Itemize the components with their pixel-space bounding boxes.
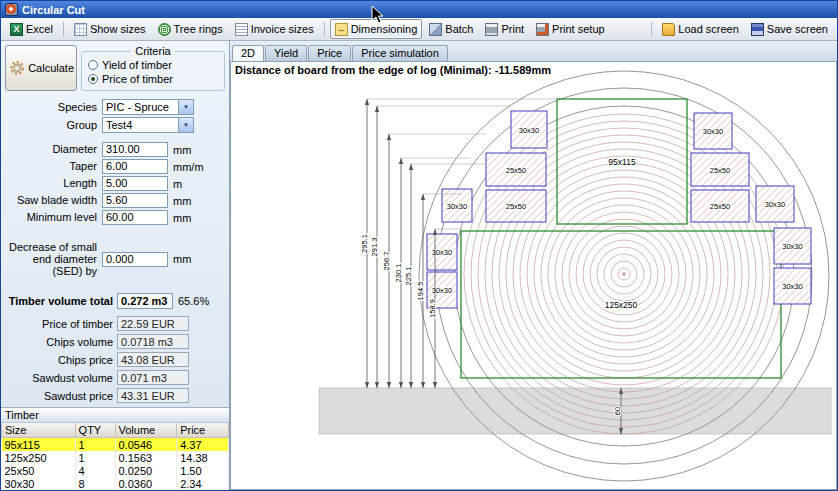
total-label: Price of timber (1, 318, 117, 330)
radio-option-label: Price of timber (102, 73, 173, 85)
radio-selected-icon (88, 74, 98, 84)
calculate-button[interactable]: Calculate (5, 45, 77, 91)
arrow-down-icon (421, 382, 425, 388)
board-label-125x250: 125x250 (605, 300, 638, 310)
table-cell: 2.34 (177, 477, 229, 490)
arrow-down-icon (409, 382, 413, 388)
total-value: 0.0718 m3 (117, 334, 189, 349)
table-cell: 1 (75, 438, 115, 452)
total-value: 22.59 EUR (117, 316, 189, 331)
toolbar-button-print-setup[interactable]: Print setup (531, 19, 610, 39)
totals-section: Timber volume total 0.272 m3 65.6% Price… (1, 291, 229, 406)
total-value: 0.071 m3 (117, 370, 189, 385)
toolbar-button-label: Tree rings (174, 23, 223, 35)
field-row-species: SpeciesPIC - Spruce (1, 99, 225, 115)
board-label-30x30: 30x30 (519, 126, 539, 135)
calculate-gear-icon (8, 55, 26, 81)
table-row-25x50[interactable]: 25x5040.02501.50 (2, 464, 229, 477)
radio-icon (88, 60, 98, 70)
titlebar[interactable]: Circular Cut (1, 1, 837, 18)
total-value: 43.31 EUR (117, 388, 189, 403)
arrow-up-icon (433, 229, 437, 235)
field-label: Group (1, 119, 102, 131)
select-species[interactable]: PIC - Spruce (102, 99, 194, 115)
arrow-down-icon (433, 382, 437, 388)
board-30x30: 30x30 (774, 268, 811, 304)
column-header-price[interactable]: Price (177, 423, 229, 438)
arrow-up-icon (375, 106, 379, 112)
board-30x30: 30x30 (427, 234, 457, 270)
dimension-label: 256.7 (382, 252, 391, 271)
tree-rings-icon (158, 23, 171, 36)
column-header-qty[interactable]: QTY (75, 423, 115, 438)
arrow-up-icon (387, 134, 391, 140)
show-sizes-icon (74, 23, 87, 36)
arrow-up-icon (409, 164, 413, 170)
timber-table: SizeQTYVolumePrice 95x11510.05464.37125x… (1, 423, 229, 490)
table-row-125x250[interactable]: 125x25010.156314.38 (2, 451, 229, 464)
board-label-30x30: 30x30 (703, 127, 723, 136)
dimension-label: 230.1 (394, 264, 403, 283)
column-header-size[interactable]: Size (2, 423, 76, 438)
field-label: Diameter (1, 143, 102, 155)
batch-icon (429, 23, 442, 36)
select-group[interactable]: Test4 (102, 117, 194, 133)
column-header-volume[interactable]: Volume (115, 423, 177, 438)
table-cell: 1 (75, 451, 115, 464)
field-unit: mm (173, 253, 191, 265)
board-label-95x115: 95x115 (608, 157, 636, 167)
criteria-option-yield-of-timber[interactable]: Yield of timber (88, 59, 218, 71)
board-30x30: 30x30 (756, 186, 794, 222)
field-row-group: GroupTest4 (1, 117, 225, 133)
criteria-option-price-of-timber[interactable]: Price of timber (88, 73, 218, 85)
totals-rows: Price of timber22.59 EURChips volume0.07… (1, 316, 229, 403)
input-saw-blade-width[interactable]: 5.60 (102, 193, 168, 208)
timber-section: Timber SizeQTYVolumePrice 95x11510.05464… (1, 407, 229, 490)
toolbar-button-invoice-sizes[interactable]: Invoice sizes (230, 19, 319, 39)
tab-2d[interactable]: 2D (232, 45, 264, 61)
dimension-label: 295.1 (360, 234, 369, 253)
timber-section-title: Timber (1, 407, 229, 423)
timber-volume-total-label: Timber volume total (1, 295, 117, 307)
toolbar-button-excel[interactable]: Excel (5, 19, 58, 39)
field-label: Minimum level (1, 211, 102, 223)
dimension-label: 194.5 (416, 282, 425, 301)
tab-price-simulation[interactable]: Price simulation (352, 45, 448, 61)
board-label-30x30: 30x30 (782, 282, 802, 291)
board-label-25x50: 25x50 (710, 202, 730, 211)
table-cell: 14.38 (177, 451, 229, 464)
invoice-sizes-icon (235, 23, 248, 36)
total-label: Sawdust price (1, 390, 117, 402)
field-label: Taper (1, 160, 102, 172)
toolbar-button-save-screen[interactable]: Save screen (746, 19, 833, 39)
board-label-25x50: 25x50 (710, 166, 730, 175)
table-row-30x30[interactable]: 30x3080.03602.34 (2, 477, 229, 490)
input-length[interactable]: 5.00 (102, 176, 168, 191)
dimensioning-icon (335, 23, 348, 36)
field-row-taper: Taper6.00mm/m (1, 159, 225, 174)
field-row-saw-blade-width: Saw blade width5.60mm (1, 193, 225, 208)
input-diameter[interactable]: 310.00 (102, 142, 168, 157)
tab-price[interactable]: Price (308, 45, 351, 61)
input-taper[interactable]: 6.00 (102, 159, 168, 174)
parameter-fields: SpeciesPIC - SpruceGroupTest4Diameter310… (1, 91, 229, 279)
input-minimum-level[interactable]: 60.00 (102, 210, 168, 225)
table-cell: 4.37 (177, 438, 229, 452)
calculate-criteria-row: Calculate Criteria Yield of timberPrice … (1, 45, 229, 91)
tab-yield[interactable]: Yield (265, 45, 307, 61)
toolbar-button-print[interactable]: Print (480, 19, 529, 39)
timber-volume-total-row: Timber volume total 0.272 m3 65.6% (1, 293, 229, 309)
arrow-down-icon (399, 382, 403, 388)
board-label-25x50: 25x50 (506, 202, 526, 211)
toolbar-button-load-screen[interactable]: Load screen (657, 19, 744, 39)
select-value: PIC - Spruce (103, 101, 178, 113)
table-row-95x115[interactable]: 95x11510.05464.37 (2, 438, 229, 452)
toolbar-button-batch[interactable]: Batch (424, 19, 478, 39)
toolbar-button-tree-rings[interactable]: Tree rings (153, 19, 228, 39)
field-row-minimum-level: Minimum level60.00mm (1, 210, 225, 225)
table-cell: 1.50 (177, 464, 229, 477)
field-unit: mm (173, 144, 191, 156)
input-decrease-of-small-end-diameter-sed-by[interactable]: 0.000 (102, 252, 168, 267)
main-area: 2DYieldPricePrice simulation Distance of… (230, 41, 837, 490)
toolbar-button-show-sizes[interactable]: Show sizes (69, 19, 151, 39)
